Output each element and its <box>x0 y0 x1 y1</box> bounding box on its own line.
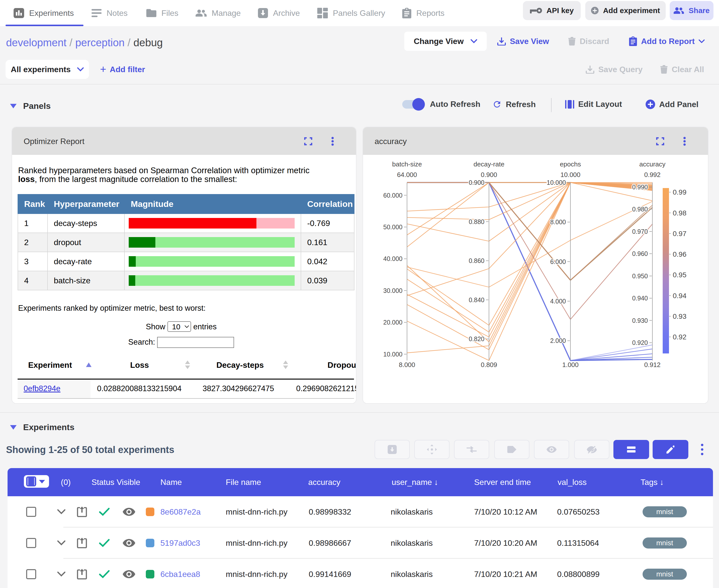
svg-text:0.840: 0.840 <box>469 296 484 303</box>
svg-text:20.000: 20.000 <box>383 319 402 326</box>
svg-text:10.000: 10.000 <box>383 351 402 358</box>
svg-text:0.95: 0.95 <box>673 271 686 279</box>
svg-text:0.980: 0.980 <box>632 206 648 213</box>
svg-text:epochs: epochs <box>560 161 581 168</box>
svg-text:0.94: 0.94 <box>673 292 686 300</box>
svg-text:50.000: 50.000 <box>383 224 402 231</box>
svg-text:0.96: 0.96 <box>673 250 686 258</box>
svg-text:0.900: 0.900 <box>469 179 484 186</box>
svg-text:batch-size: batch-size <box>392 161 422 168</box>
svg-text:0.930: 0.930 <box>632 317 648 324</box>
svg-text:0.809: 0.809 <box>481 361 497 369</box>
svg-text:8.000: 8.000 <box>550 218 566 226</box>
svg-text:1.000: 1.000 <box>562 361 578 369</box>
svg-text:0.990: 0.990 <box>632 184 648 191</box>
svg-text:40.000: 40.000 <box>383 255 402 262</box>
svg-text:0.900: 0.900 <box>481 171 497 178</box>
svg-text:0.940: 0.940 <box>632 295 648 302</box>
svg-text:30.000: 30.000 <box>383 287 402 294</box>
svg-text:0.880: 0.880 <box>469 218 484 225</box>
svg-text:4.000: 4.000 <box>550 298 566 305</box>
svg-text:0.950: 0.950 <box>632 273 648 279</box>
svg-text:10.000: 10.000 <box>561 171 580 178</box>
svg-text:10.000: 10.000 <box>547 179 566 186</box>
svg-text:0.98: 0.98 <box>673 209 686 217</box>
svg-text:0.93: 0.93 <box>673 313 686 320</box>
svg-text:0.970: 0.970 <box>632 228 648 235</box>
svg-text:0.992: 0.992 <box>644 171 660 178</box>
svg-text:0.97: 0.97 <box>673 230 686 237</box>
svg-text:0.920: 0.920 <box>632 339 648 346</box>
svg-text:2.000: 2.000 <box>550 337 566 344</box>
svg-text:accuracy: accuracy <box>639 161 665 168</box>
svg-text:0.92: 0.92 <box>673 333 686 341</box>
svg-text:8.000: 8.000 <box>399 361 415 369</box>
svg-text:decay-rate: decay-rate <box>474 161 505 168</box>
svg-text:0.860: 0.860 <box>469 257 484 264</box>
svg-text:64.000: 64.000 <box>397 171 417 178</box>
svg-text:0.912: 0.912 <box>644 361 660 369</box>
svg-text:0.960: 0.960 <box>632 250 648 257</box>
svg-text:0.820: 0.820 <box>469 335 484 342</box>
svg-text:60.000: 60.000 <box>383 192 402 199</box>
svg-text:6.000: 6.000 <box>550 258 566 265</box>
svg-text:0.99: 0.99 <box>673 188 686 196</box>
